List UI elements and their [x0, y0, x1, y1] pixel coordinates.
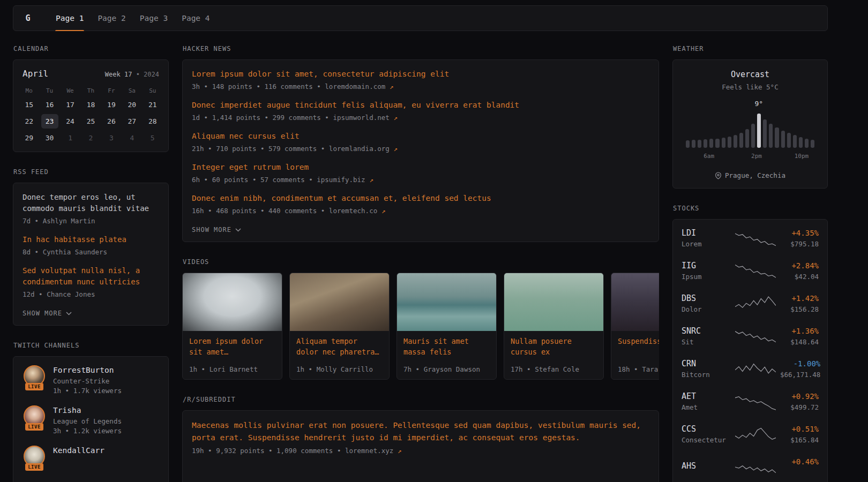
stock-row[interactable]: DBS Dolor +1.42% $156.28 — [673, 287, 827, 320]
calendar-day: 22 — [20, 114, 38, 129]
stock-change: +2.84% — [780, 261, 819, 270]
news-item-meta: 16h • 468 points • 440 comments • loremt… — [192, 207, 649, 215]
calendar-day: 24 — [62, 114, 79, 129]
news-item-title[interactable]: Lorem ipsum dolor sit amet, consectetur … — [192, 69, 649, 80]
twitch-channel-name[interactable]: Trisha — [53, 405, 122, 416]
external-link-icon[interactable]: ↗ — [393, 114, 398, 122]
tab-page-3[interactable]: Page 3 — [133, 6, 175, 31]
show-more-button[interactable]: SHOW MORE — [192, 226, 241, 234]
page-tabs: Page 1 Page 2 Page 3 Page 4 — [49, 6, 217, 31]
weather-time-labels: 6am2pm10pm — [686, 153, 814, 161]
video-thumbnail[interactable] — [183, 273, 282, 331]
video-card[interactable]: Mauris sit amet massa felis 7h • Grayson… — [396, 273, 497, 380]
tab-page-1[interactable]: Page 1 — [49, 6, 91, 31]
rss-item-title[interactable]: Sed volutpat nulla nisl, a condimentum n… — [23, 265, 159, 288]
calendar-day-header: Su — [143, 84, 163, 96]
news-item: Integer eget rutrum lorem 6h • 60 points… — [192, 162, 649, 184]
stock-row[interactable]: LDI Lorem +4.35% $795.18 — [673, 222, 827, 254]
twitch-channel-name[interactable]: ForrestBurton — [53, 365, 122, 375]
tab-page-4[interactable]: Page 4 — [175, 6, 216, 31]
stock-row[interactable]: IIG Ipsum +2.84% $42.04 — [673, 254, 827, 287]
weather-bar — [686, 140, 690, 148]
videos-section: VIDEOS Lorem ipsum dolor sit amet consec… — [182, 258, 659, 380]
twitch-card: LIVE ForrestBurton Counter-Strike 1h • 1… — [13, 356, 169, 482]
video-title[interactable]: Aliquam tempor dolor nec pharetra… — [296, 336, 383, 357]
twitch-channel[interactable]: LIVE Trisha League of Legends 3h • 1.2k … — [23, 405, 159, 435]
video-meta: 7h • Grayson Dawson — [403, 362, 490, 373]
calendar-day-next-month: 4 — [123, 131, 140, 145]
rss-item: Sed volutpat nulla nisl, a condimentum n… — [23, 265, 159, 298]
external-link-icon[interactable]: ↗ — [398, 447, 402, 455]
video-card[interactable]: Lorem ipsum dolor sit amet consectetu… 1… — [182, 273, 282, 380]
video-meta: 18h • Tara — [618, 362, 659, 373]
video-title[interactable]: Suspendisse diam — [618, 336, 659, 347]
stock-name: Sit — [682, 338, 731, 346]
weather-section: WEATHER Overcast Feels like 5°C 9° 6am2p… — [672, 45, 828, 189]
videos-section-title: VIDEOS — [183, 258, 659, 266]
tab-page-2[interactable]: Page 2 — [91, 6, 132, 31]
news-item-title[interactable]: Aliquam nec cursus elit — [192, 131, 649, 142]
stock-row[interactable]: AHS +0.46% — [673, 450, 827, 482]
stock-name: Dolor — [682, 305, 731, 313]
video-title[interactable]: Lorem ipsum dolor sit amet consectetu… — [189, 336, 275, 357]
show-more-button[interactable]: SHOW MORE — [23, 310, 72, 317]
calendar-day: 19 — [103, 97, 120, 112]
weather-location: Prague, Czechia — [682, 171, 819, 179]
topbar: G Page 1 Page 2 Page 3 Page 4 — [13, 5, 828, 31]
twitch-channel-name[interactable]: KendallCarr — [53, 446, 104, 456]
rss-item: Donec tempor eros leo, ut commodo mauris… — [23, 192, 159, 225]
stock-row[interactable]: CRN Bitcorn -1.00% $66,171.48 — [673, 352, 827, 385]
external-link-icon[interactable]: ↗ — [381, 207, 386, 215]
calendar-day-next-month: 5 — [144, 131, 161, 145]
stock-price: $165.84 — [780, 436, 819, 444]
rss-item: In hac habitasse platea 8d • Cynthia Sau… — [23, 234, 159, 256]
video-title[interactable]: Mauris sit amet massa felis — [403, 336, 490, 357]
weather-bar — [722, 138, 725, 148]
reddit-post-meta: 19h • 9,932 points • 1,090 comments • lo… — [192, 447, 649, 455]
calendar-day-next-month: 3 — [103, 131, 120, 145]
reddit-post-title[interactable]: Maecenas mollis pulvinar erat non posuer… — [192, 419, 649, 444]
stock-row[interactable]: AET Amet +0.92% $499.72 — [673, 385, 827, 418]
video-card[interactable]: Nullam posuere cursus ex 17h • Stefan Co… — [504, 273, 604, 380]
stock-row[interactable]: CCS Consectetur +0.51% $165.84 — [673, 418, 827, 450]
video-meta: 1h • Lori Barnett — [189, 362, 275, 373]
video-thumbnail[interactable] — [290, 273, 389, 331]
weather-feels-like: Feels like 5°C — [682, 83, 819, 91]
news-item-title[interactable]: Integer eget rutrum lorem — [192, 162, 649, 173]
hacker-news-section-title: HACKER NEWS — [183, 45, 659, 53]
video-thumbnail[interactable] — [611, 273, 659, 331]
rss-item-title[interactable]: In hac habitasse platea — [23, 234, 159, 245]
stock-symbol: IIG — [682, 261, 731, 271]
calendar-days-grid: 15 16 17 18 19 20 21 22 23 24 25 26 27 2… — [13, 96, 168, 146]
news-item: Donec imperdiet augue tincidunt felis al… — [192, 100, 649, 122]
live-badge: LIVE — [25, 383, 43, 390]
external-link-icon[interactable]: ↗ — [369, 176, 373, 184]
stock-sparkline — [735, 294, 776, 313]
stock-symbol: SNRC — [682, 326, 731, 336]
stock-name: Amet — [682, 403, 731, 411]
rss-card: Donec tempor eros leo, ut commodo mauris… — [13, 183, 169, 326]
weather-now-temp: 9° — [755, 100, 764, 108]
news-item-title[interactable]: Donec enim nibh, condimentum et accumsan… — [192, 193, 649, 204]
rss-item-title[interactable]: Donec tempor eros leo, ut commodo mauris… — [23, 192, 159, 214]
video-thumbnail[interactable] — [504, 273, 603, 331]
video-meta: 1h • Molly Carrillo — [296, 362, 383, 373]
subreddit-card: Maecenas mollis pulvinar erat non posuer… — [182, 410, 659, 482]
external-link-icon[interactable]: ↗ — [393, 145, 398, 153]
twitch-channel[interactable]: LIVE ForrestBurton Counter-Strike 1h • 1… — [23, 365, 159, 395]
video-card[interactable]: Suspendisse diam 18h • Tara — [611, 273, 659, 380]
video-thumbnail[interactable] — [397, 273, 496, 331]
video-card[interactable]: Aliquam tempor dolor nec pharetra… 1h • … — [289, 273, 390, 380]
calendar-day-next-month: 1 — [62, 131, 79, 145]
video-title[interactable]: Nullam posuere cursus ex — [511, 336, 597, 357]
calendar-day-header: We — [60, 84, 80, 96]
app-logo[interactable]: G — [13, 6, 42, 31]
twitch-channel[interactable]: LIVE KendallCarr — [23, 446, 159, 471]
stock-name: Consectetur — [682, 436, 731, 444]
stock-change: +0.46% — [780, 457, 819, 466]
stock-row[interactable]: SNRC Sit +1.36% $148.64 — [673, 320, 827, 352]
external-link-icon[interactable]: ↗ — [390, 82, 394, 91]
news-item-title[interactable]: Donec imperdiet augue tincidunt felis al… — [192, 100, 649, 111]
calendar-day-header: Fr — [101, 84, 122, 96]
news-item: Lorem ipsum dolor sit amet, consectetur … — [192, 69, 649, 91]
